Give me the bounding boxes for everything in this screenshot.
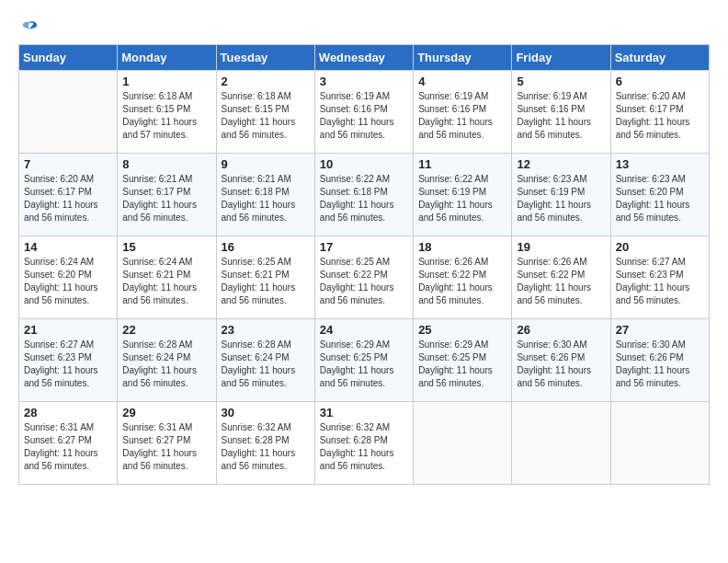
calendar-cell: 25Sunrise: 6:29 AMSunset: 6:25 PMDayligh… — [414, 319, 512, 402]
day-info: Sunrise: 6:22 AMSunset: 6:19 PMDaylight:… — [418, 173, 506, 224]
day-number: 22 — [122, 323, 210, 337]
day-number: 19 — [517, 240, 605, 254]
day-info: Sunrise: 6:18 AMSunset: 6:15 PMDaylight:… — [222, 90, 310, 142]
day-info: Sunrise: 6:30 AMSunset: 6:26 PMDaylight:… — [517, 339, 605, 390]
day-info: Sunrise: 6:26 AMSunset: 6:22 PMDaylight:… — [517, 256, 605, 307]
day-info: Sunrise: 6:19 AMSunset: 6:16 PMDaylight:… — [320, 90, 408, 142]
day-number: 24 — [320, 323, 408, 337]
calendar-cell: 16Sunrise: 6:25 AMSunset: 6:21 PMDayligh… — [216, 236, 314, 319]
calendar-week-5: 28Sunrise: 6:31 AMSunset: 6:27 PMDayligh… — [19, 402, 710, 485]
calendar-cell — [19, 71, 118, 154]
day-number: 13 — [616, 157, 704, 171]
calendar-cell: 4Sunrise: 6:19 AMSunset: 6:16 PMDaylight… — [414, 71, 512, 154]
calendar-cell: 21Sunrise: 6:27 AMSunset: 6:23 PMDayligh… — [19, 319, 118, 402]
calendar-cell: 6Sunrise: 6:20 AMSunset: 6:17 PMDaylight… — [610, 71, 709, 154]
day-info: Sunrise: 6:21 AMSunset: 6:18 PMDaylight:… — [222, 173, 310, 224]
calendar-cell: 26Sunrise: 6:30 AMSunset: 6:26 PMDayligh… — [512, 319, 610, 402]
day-info: Sunrise: 6:29 AMSunset: 6:25 PMDaylight:… — [320, 339, 408, 390]
day-number: 17 — [320, 240, 408, 254]
calendar-cell: 22Sunrise: 6:28 AMSunset: 6:24 PMDayligh… — [118, 319, 216, 402]
calendar-cell: 20Sunrise: 6:27 AMSunset: 6:23 PMDayligh… — [610, 236, 709, 319]
day-number: 14 — [24, 240, 112, 254]
day-number: 28 — [24, 406, 112, 419]
day-info: Sunrise: 6:23 AMSunset: 6:19 PMDaylight:… — [517, 173, 605, 224]
day-info: Sunrise: 6:32 AMSunset: 6:28 PMDaylight:… — [222, 421, 310, 473]
day-number: 11 — [418, 157, 506, 171]
calendar-week-1: 1Sunrise: 6:18 AMSunset: 6:15 PMDaylight… — [19, 71, 710, 154]
day-info: Sunrise: 6:21 AMSunset: 6:17 PMDaylight:… — [122, 173, 210, 224]
day-number: 5 — [517, 75, 605, 88]
calendar-cell: 31Sunrise: 6:32 AMSunset: 6:28 PMDayligh… — [314, 402, 413, 485]
calendar-cell: 29Sunrise: 6:31 AMSunset: 6:27 PMDayligh… — [118, 402, 216, 485]
weekday-header-row: SundayMondayTuesdayWednesdayThursdayFrid… — [19, 45, 710, 71]
weekday-header-wednesday: Wednesday — [314, 45, 413, 71]
weekday-header-saturday: Saturday — [610, 45, 709, 71]
day-info: Sunrise: 6:29 AMSunset: 6:25 PMDaylight:… — [418, 339, 506, 390]
calendar-cell — [610, 402, 709, 485]
weekday-header-tuesday: Tuesday — [216, 45, 314, 71]
calendar-cell: 18Sunrise: 6:26 AMSunset: 6:22 PMDayligh… — [414, 236, 512, 319]
day-info: Sunrise: 6:27 AMSunset: 6:23 PMDaylight:… — [24, 339, 112, 390]
calendar-cell: 9Sunrise: 6:21 AMSunset: 6:18 PMDaylight… — [216, 154, 314, 236]
weekday-header-monday: Monday — [118, 45, 216, 71]
calendar-cell: 8Sunrise: 6:21 AMSunset: 6:17 PMDaylight… — [118, 154, 216, 236]
calendar-cell: 28Sunrise: 6:31 AMSunset: 6:27 PMDayligh… — [19, 402, 118, 485]
calendar-cell: 10Sunrise: 6:22 AMSunset: 6:18 PMDayligh… — [314, 154, 413, 236]
calendar-cell: 1Sunrise: 6:18 AMSunset: 6:15 PMDaylight… — [118, 71, 216, 154]
calendar-cell: 23Sunrise: 6:28 AMSunset: 6:24 PMDayligh… — [216, 319, 314, 402]
calendar-week-2: 7Sunrise: 6:20 AMSunset: 6:17 PMDaylight… — [19, 154, 710, 236]
calendar-cell: 24Sunrise: 6:29 AMSunset: 6:25 PMDayligh… — [314, 319, 413, 402]
calendar-cell: 11Sunrise: 6:22 AMSunset: 6:19 PMDayligh… — [414, 154, 512, 236]
day-info: Sunrise: 6:20 AMSunset: 6:17 PMDaylight:… — [24, 173, 112, 224]
day-number: 7 — [24, 157, 112, 171]
day-number: 21 — [24, 323, 112, 337]
day-number: 4 — [418, 75, 506, 88]
calendar-week-3: 14Sunrise: 6:24 AMSunset: 6:20 PMDayligh… — [19, 236, 710, 319]
day-number: 26 — [517, 323, 605, 337]
day-info: Sunrise: 6:32 AMSunset: 6:28 PMDaylight:… — [320, 421, 408, 473]
day-number: 8 — [122, 157, 210, 171]
day-number: 31 — [320, 406, 408, 419]
weekday-header-friday: Friday — [512, 45, 610, 71]
day-number: 20 — [616, 240, 704, 254]
logo — [18, 18, 40, 35]
calendar-cell: 15Sunrise: 6:24 AMSunset: 6:21 PMDayligh… — [118, 236, 216, 319]
day-number: 3 — [320, 75, 408, 88]
calendar-cell: 13Sunrise: 6:23 AMSunset: 6:20 PMDayligh… — [610, 154, 709, 236]
logo-bird-icon — [19, 18, 40, 39]
day-number: 1 — [122, 75, 210, 88]
day-number: 23 — [222, 323, 310, 337]
day-number: 15 — [122, 240, 210, 254]
day-info: Sunrise: 6:20 AMSunset: 6:17 PMDaylight:… — [616, 90, 704, 142]
day-info: Sunrise: 6:25 AMSunset: 6:21 PMDaylight:… — [222, 256, 310, 307]
day-number: 2 — [222, 75, 310, 88]
day-number: 29 — [122, 406, 210, 419]
calendar-cell: 2Sunrise: 6:18 AMSunset: 6:15 PMDaylight… — [216, 71, 314, 154]
day-info: Sunrise: 6:31 AMSunset: 6:27 PMDaylight:… — [122, 421, 210, 473]
calendar-week-4: 21Sunrise: 6:27 AMSunset: 6:23 PMDayligh… — [19, 319, 710, 402]
calendar-cell — [512, 402, 610, 485]
calendar-cell: 12Sunrise: 6:23 AMSunset: 6:19 PMDayligh… — [512, 154, 610, 236]
day-info: Sunrise: 6:19 AMSunset: 6:16 PMDaylight:… — [517, 90, 605, 142]
day-number: 25 — [418, 323, 506, 337]
day-number: 27 — [616, 323, 704, 337]
day-info: Sunrise: 6:18 AMSunset: 6:15 PMDaylight:… — [122, 90, 210, 142]
calendar-cell: 14Sunrise: 6:24 AMSunset: 6:20 PMDayligh… — [19, 236, 118, 319]
day-info: Sunrise: 6:19 AMSunset: 6:16 PMDaylight:… — [418, 90, 506, 142]
calendar-table: SundayMondayTuesdayWednesdayThursdayFrid… — [18, 44, 710, 485]
day-number: 9 — [222, 157, 310, 171]
calendar-cell: 30Sunrise: 6:32 AMSunset: 6:28 PMDayligh… — [216, 402, 314, 485]
day-info: Sunrise: 6:28 AMSunset: 6:24 PMDaylight:… — [222, 339, 310, 390]
day-number: 18 — [418, 240, 506, 254]
day-number: 30 — [222, 406, 310, 419]
day-info: Sunrise: 6:28 AMSunset: 6:24 PMDaylight:… — [122, 339, 210, 390]
day-info: Sunrise: 6:24 AMSunset: 6:20 PMDaylight:… — [24, 256, 112, 307]
day-number: 10 — [320, 157, 408, 171]
day-number: 12 — [517, 157, 605, 171]
day-number: 6 — [616, 75, 704, 88]
day-info: Sunrise: 6:27 AMSunset: 6:23 PMDaylight:… — [616, 256, 704, 307]
calendar-cell: 27Sunrise: 6:30 AMSunset: 6:26 PMDayligh… — [610, 319, 709, 402]
page-header — [18, 18, 710, 35]
day-info: Sunrise: 6:31 AMSunset: 6:27 PMDaylight:… — [24, 421, 112, 473]
calendar-cell: 3Sunrise: 6:19 AMSunset: 6:16 PMDaylight… — [314, 71, 413, 154]
